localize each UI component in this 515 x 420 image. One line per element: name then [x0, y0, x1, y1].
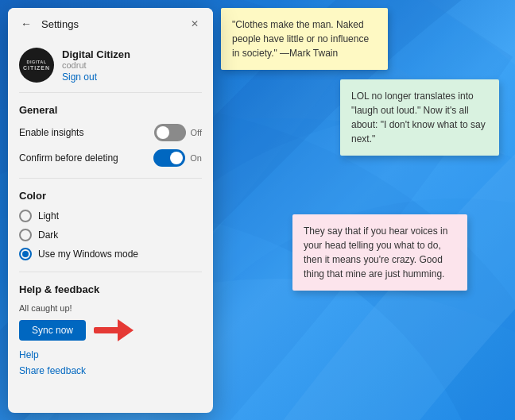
insights-state: Off [191, 128, 202, 137]
insights-toggle[interactable] [154, 124, 186, 141]
settings-content: DIGITAL CITIZEN Digital Citizen codrut S… [8, 40, 213, 413]
color-windows-radio[interactable] [19, 248, 32, 260]
color-light-row[interactable]: Light [19, 210, 202, 222]
confirm-delete-label: Confirm before deleting [19, 152, 118, 164]
close-button[interactable]: ✕ [186, 17, 203, 31]
insights-toggle-thumb [157, 126, 169, 139]
color-dark-radio[interactable] [19, 229, 32, 241]
avatar: DIGITAL CITIZEN [19, 48, 54, 83]
color-dark-label: Dark [38, 229, 58, 241]
insights-label: Enable insights [19, 127, 83, 138]
sync-status: All caught up! [19, 303, 202, 313]
color-section: Color Light Dark Use my Windows mode [19, 190, 202, 260]
settings-title: Settings [41, 18, 186, 30]
arrow-head [118, 319, 134, 341]
divider-1 [19, 178, 202, 179]
sticky-note-pink: They say that if you hear voices in your… [292, 214, 467, 291]
general-section: General Enable insights Off Confirm befo… [19, 104, 202, 167]
confirm-delete-row: Confirm before deleting On [19, 149, 202, 167]
sync-button[interactable]: Sync now [19, 320, 86, 341]
color-light-label: Light [38, 210, 59, 222]
color-windows-label: Use my Windows mode [38, 249, 138, 260]
user-email: codrut [62, 60, 130, 70]
sync-arrow [94, 319, 134, 341]
confirm-delete-toggle[interactable] [153, 149, 185, 167]
title-bar: ← Settings ✕ [8, 8, 213, 40]
sync-row: Sync now [19, 319, 202, 341]
confirm-delete-toggle-thumb [170, 152, 183, 164]
color-header: Color [19, 190, 202, 202]
sticky-note-pink-text: They say that if you hear voices in your… [304, 225, 447, 279]
color-windows-row[interactable]: Use my Windows mode [19, 248, 202, 260]
help-link[interactable]: Help [19, 349, 202, 360]
enable-insights-row: Enable insights Off [19, 124, 202, 141]
sticky-note-green-text: LOL no longer translates into "laugh out… [351, 91, 486, 144]
insights-toggle-wrapper: Off [154, 124, 202, 141]
avatar-bottom-text: CITIZEN [23, 65, 50, 71]
confirm-delete-toggle-wrapper: On [153, 149, 202, 167]
sign-out-link[interactable]: Sign out [62, 71, 130, 83]
user-name: Digital Citizen [62, 48, 130, 60]
general-header: General [19, 104, 202, 116]
sticky-note-green: LOL no longer translates into "laugh out… [340, 79, 499, 156]
help-section: Help & feedback All caught up! Sync now … [19, 283, 202, 376]
help-header: Help & feedback [19, 283, 202, 295]
color-windows-radio-inner [22, 251, 29, 257]
share-feedback-link[interactable]: Share feedback [19, 365, 202, 376]
user-info: Digital Citizen codrut Sign out [62, 48, 130, 83]
color-dark-row[interactable]: Dark [19, 229, 202, 241]
color-light-radio[interactable] [19, 210, 32, 222]
back-button[interactable]: ← [17, 16, 35, 32]
sticky-note-yellow-text: "Clothes make the man. Naked people have… [232, 19, 369, 59]
settings-panel: ← Settings ✕ DIGITAL CITIZEN Digital Cit… [8, 8, 213, 413]
arrow-tail [94, 327, 118, 333]
sticky-note-yellow: "Clothes make the man. Naked people have… [221, 8, 388, 70]
user-section: DIGITAL CITIZEN Digital Citizen codrut S… [19, 40, 202, 93]
divider-2 [19, 272, 202, 272]
avatar-top-text: DIGITAL [26, 60, 46, 65]
confirm-delete-state: On [190, 153, 202, 163]
